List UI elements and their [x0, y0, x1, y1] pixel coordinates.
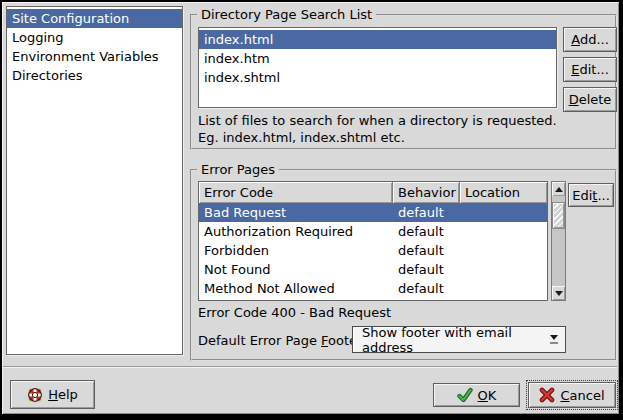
default-error-page-footer-label: Default Error Page Footer:: [198, 333, 367, 348]
combo-selected-value: Show footer with email address: [362, 325, 550, 355]
table-row[interactable]: Authorization Required default: [199, 222, 547, 241]
action-bar-separator: [3, 366, 617, 368]
chevron-down-icon: [550, 335, 558, 344]
cancel-x-icon: [539, 387, 555, 403]
file-list-description-line2: Eg. index.html, index.shtml etc.: [198, 130, 405, 145]
delete-button[interactable]: Delete: [563, 87, 617, 112]
error-code-status: Error Code 400 - Bad Request: [198, 305, 391, 320]
error-pages-table-header: Error Code Behavior Location: [199, 182, 547, 203]
column-header-location[interactable]: Location: [460, 182, 547, 203]
arrow-down-icon: [555, 291, 563, 296]
sidebar-item-directories[interactable]: Directories: [7, 66, 182, 85]
help-lifebuoy-icon: [27, 387, 43, 403]
scrollbar-up-button[interactable]: [552, 182, 565, 196]
column-header-behavior[interactable]: Behavior: [393, 182, 460, 203]
category-list[interactable]: Site Configuration Logging Environment V…: [6, 6, 183, 355]
help-button[interactable]: Help: [10, 380, 95, 409]
table-row[interactable]: Bad Request default: [199, 203, 547, 222]
error-table-scrollbar[interactable]: [551, 181, 566, 301]
file-list-description-line1: List of files to search for when a direc…: [198, 113, 557, 128]
sidebar-item-site-configuration[interactable]: Site Configuration: [7, 9, 182, 28]
error-pages-table: Error Code Behavior Location Bad Request…: [198, 181, 548, 301]
table-row[interactable]: Method Not Allowed default: [199, 279, 547, 298]
cancel-button[interactable]: Cancel: [528, 382, 616, 408]
add-button[interactable]: Add...: [563, 27, 617, 52]
file-list-item[interactable]: index.htm: [199, 49, 556, 68]
scrollbar-thumb[interactable]: [552, 202, 565, 229]
directory-page-file-list[interactable]: index.html index.htm index.shtml: [198, 27, 557, 108]
table-row[interactable]: Forbidden default: [199, 241, 547, 260]
default-error-page-footer-select[interactable]: Show footer with email address: [352, 326, 566, 353]
sidebar-item-logging[interactable]: Logging: [7, 28, 182, 47]
scrollbar-down-button[interactable]: [552, 286, 565, 300]
frame-title: Directory Page Search List: [197, 7, 376, 23]
arrow-up-icon: [555, 187, 563, 192]
edit-button[interactable]: Edit...: [563, 57, 617, 82]
frame-title: Error Pages: [197, 162, 279, 178]
file-list-item[interactable]: index.shtml: [199, 68, 556, 87]
ok-button[interactable]: OK: [433, 383, 520, 407]
site-configuration-dialog: Site Configuration Logging Environment V…: [0, 0, 623, 420]
column-header-error-code[interactable]: Error Code: [199, 182, 393, 203]
table-row[interactable]: Not Found default: [199, 260, 547, 279]
sidebar-item-environment-variables[interactable]: Environment Variables: [7, 47, 182, 66]
edit-error-page-button[interactable]: Edit...: [568, 183, 614, 207]
ok-check-icon: [457, 387, 473, 403]
file-list-item[interactable]: index.html: [199, 30, 556, 49]
